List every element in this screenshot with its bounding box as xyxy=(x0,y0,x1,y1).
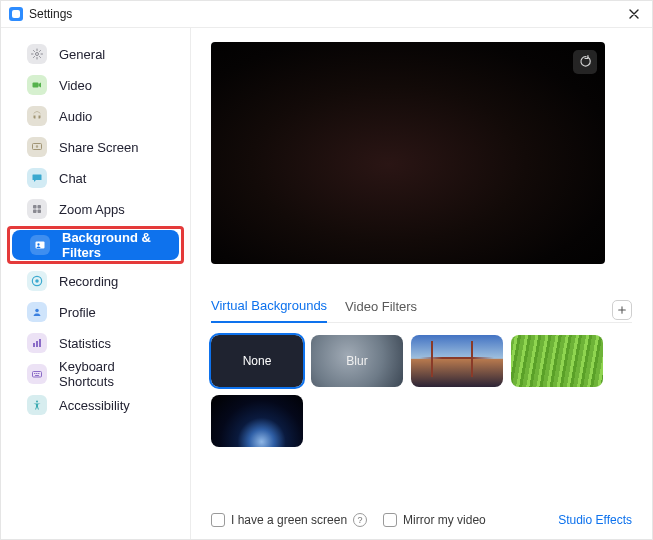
bg-tile-none[interactable]: None xyxy=(211,335,303,387)
titlebar: Settings xyxy=(1,1,652,27)
rotate-camera-button[interactable] xyxy=(573,50,597,74)
sidebar-item-recording[interactable]: Recording xyxy=(9,266,182,296)
sidebar-item-audio[interactable]: Audio xyxy=(9,101,182,131)
background-grid: None Blur xyxy=(211,335,632,447)
bg-tile-label: None xyxy=(243,354,272,368)
studio-effects-link[interactable]: Studio Effects xyxy=(558,513,632,527)
sidebar-item-general[interactable]: General xyxy=(9,39,182,69)
sidebar-item-label: Chat xyxy=(59,171,86,186)
svg-point-11 xyxy=(35,309,39,313)
sidebar-item-label: Accessibility xyxy=(59,398,130,413)
bg-tile-label: Blur xyxy=(346,354,367,368)
svg-rect-13 xyxy=(36,341,38,347)
mirror-video-checkbox[interactable]: Mirror my video xyxy=(383,513,486,527)
svg-rect-15 xyxy=(33,372,42,378)
titlebar-left: Settings xyxy=(9,7,72,21)
apps-icon xyxy=(27,199,47,219)
video-preview xyxy=(211,42,605,264)
close-button[interactable] xyxy=(624,6,644,22)
bg-tile-earth[interactable] xyxy=(211,395,303,447)
zoom-app-icon xyxy=(9,7,23,21)
bottom-controls: I have a green screen ? Mirror my video … xyxy=(211,505,632,527)
sidebar-item-chat[interactable]: Chat xyxy=(9,163,182,193)
chat-icon xyxy=(27,168,47,188)
sidebar-item-statistics[interactable]: Statistics xyxy=(9,328,182,358)
svg-point-16 xyxy=(36,401,38,403)
checkbox-label: I have a green screen xyxy=(231,513,347,527)
sidebar-item-highlight: Background & Filters xyxy=(7,226,184,264)
add-background-button[interactable] xyxy=(612,300,632,320)
bg-tile-grass[interactable] xyxy=(511,335,603,387)
checkbox-box xyxy=(211,513,225,527)
green-screen-checkbox[interactable]: I have a green screen ? xyxy=(211,513,367,527)
filter-tabs: Virtual Backgrounds Video Filters xyxy=(211,298,632,323)
gear-icon xyxy=(27,44,47,64)
checkbox-box xyxy=(383,513,397,527)
close-icon xyxy=(628,8,640,20)
sidebar-item-accessibility[interactable]: Accessibility xyxy=(9,390,182,420)
sidebar-item-video[interactable]: Video xyxy=(9,70,182,100)
sidebar-item-label: Zoom Apps xyxy=(59,202,125,217)
svg-rect-3 xyxy=(33,205,37,209)
sidebar-item-profile[interactable]: Profile xyxy=(9,297,182,327)
sidebar-item-label: Statistics xyxy=(59,336,111,351)
svg-point-10 xyxy=(35,279,39,283)
main-panel: Virtual Backgrounds Video Filters None B… xyxy=(191,28,652,539)
bg-tile-blur[interactable]: Blur xyxy=(311,335,403,387)
plus-icon xyxy=(617,305,627,315)
sidebar-item-background-filters[interactable]: Background & Filters xyxy=(12,230,179,260)
svg-rect-12 xyxy=(33,343,35,347)
statistics-icon xyxy=(27,333,47,353)
sidebar-item-label: Keyboard Shortcuts xyxy=(59,359,172,389)
checkbox-label: Mirror my video xyxy=(403,513,486,527)
settings-window: Settings General Video xyxy=(0,0,653,540)
recording-icon xyxy=(27,271,47,291)
sidebar-item-label: Recording xyxy=(59,274,118,289)
svg-rect-6 xyxy=(38,210,42,214)
audio-icon xyxy=(27,106,47,126)
bg-tile-bridge[interactable] xyxy=(411,335,503,387)
help-icon[interactable]: ? xyxy=(353,513,367,527)
keyboard-icon xyxy=(27,364,47,384)
svg-point-0 xyxy=(36,53,39,56)
sidebar-item-share-screen[interactable]: Share Screen xyxy=(9,132,182,162)
svg-rect-5 xyxy=(33,210,37,214)
sidebar: General Video Audio Share Screen xyxy=(1,28,191,539)
svg-point-8 xyxy=(37,243,39,245)
sidebar-item-zoom-apps[interactable]: Zoom Apps xyxy=(9,194,182,224)
profile-card-icon xyxy=(30,235,50,255)
share-screen-icon xyxy=(27,137,47,157)
sidebar-item-label: General xyxy=(59,47,105,62)
rotate-icon xyxy=(578,55,592,69)
sidebar-item-keyboard-shortcuts[interactable]: Keyboard Shortcuts xyxy=(9,359,182,389)
sidebar-item-label: Video xyxy=(59,78,92,93)
sidebar-item-label: Profile xyxy=(59,305,96,320)
tab-video-filters[interactable]: Video Filters xyxy=(345,299,417,322)
window-title: Settings xyxy=(29,7,72,21)
sidebar-item-label: Audio xyxy=(59,109,92,124)
sidebar-item-label: Background & Filters xyxy=(62,230,169,260)
sidebar-item-label: Share Screen xyxy=(59,140,139,155)
svg-rect-4 xyxy=(38,205,42,209)
accessibility-icon xyxy=(27,395,47,415)
svg-rect-1 xyxy=(33,83,39,88)
video-icon xyxy=(27,75,47,95)
svg-rect-14 xyxy=(39,339,41,347)
tab-virtual-backgrounds[interactable]: Virtual Backgrounds xyxy=(211,298,327,323)
profile-icon xyxy=(27,302,47,322)
window-body: General Video Audio Share Screen xyxy=(1,27,652,539)
